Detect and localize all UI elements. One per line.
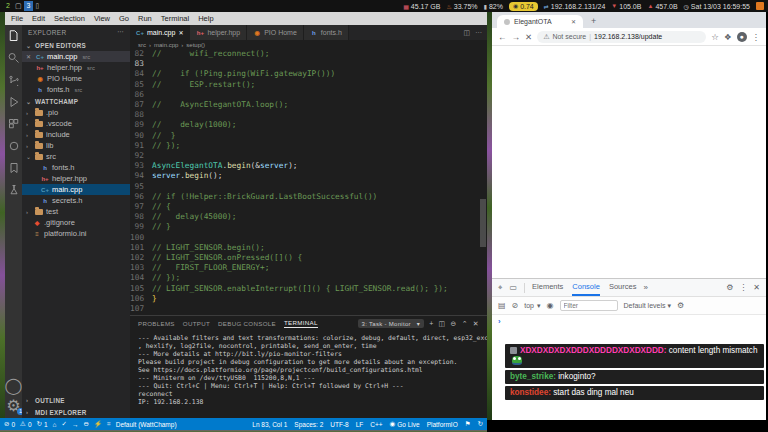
- breadcrumb[interactable]: src›main.cpp›setup(): [130, 40, 487, 49]
- workspace-section[interactable]: ⌄WATTCHAMP: [22, 95, 130, 107]
- tree-item-fontsh[interactable]: hfonts.h: [22, 162, 130, 173]
- tree-item-gitignore[interactable]: ◆.gitignore: [22, 217, 130, 228]
- panel-tab-problems[interactable]: PROBLEMS: [138, 320, 175, 327]
- status-check[interactable]: ✓: [62, 420, 67, 428]
- settings-gear-icon[interactable]: ⚙: [726, 283, 733, 292]
- open-editor-item[interactable]: hfonts.hsrc: [22, 84, 130, 95]
- workspace-button[interactable]: 3: [24, 1, 34, 11]
- bookmark-star-icon[interactable]: ☆: [711, 32, 719, 42]
- section-mdi-explorer[interactable]: ›MDI EXPLORER: [22, 406, 130, 418]
- explorer-more-icon[interactable]: ⋯: [117, 28, 124, 36]
- profile-avatar[interactable]: ●: [737, 32, 747, 42]
- editor-tab-helperhpp[interactable]: h+helper.hpp: [190, 25, 247, 40]
- editor-tab-fontsh[interactable]: hfonts.h: [304, 25, 349, 40]
- new-terminal-icon[interactable]: +: [429, 320, 433, 327]
- panel-tab-terminal[interactable]: TERMINAL: [284, 319, 318, 328]
- split-editor-icon[interactable]: ◫: [463, 29, 470, 37]
- status-sync[interactable]: ↻1: [37, 420, 48, 428]
- workspace-button[interactable]: 2: [3, 1, 13, 11]
- menu-edit[interactable]: Edit: [32, 14, 45, 23]
- editor-tab-maincpp[interactable]: C+main.cpp✕: [130, 25, 190, 40]
- tree-item-test[interactable]: ›test: [22, 206, 130, 217]
- status-go-live[interactable]: ◉Go Live: [390, 420, 420, 428]
- status-plug[interactable]: ⚡: [94, 420, 102, 428]
- eye-icon[interactable]: ◉: [547, 301, 554, 310]
- workspace-switcher[interactable]: 2▢3▯: [0, 1, 39, 11]
- kebab-menu-icon[interactable]: ⋮: [739, 283, 747, 292]
- code-editor[interactable]: 82// wifi_reconnect();8384// if (!Ping.p…: [130, 49, 487, 315]
- editor-tab-PIOHome[interactable]: ◉PIO Home: [247, 25, 304, 40]
- tree-item-vscode[interactable]: ›.vscode: [22, 118, 130, 129]
- status-refresh[interactable]: ↻: [478, 420, 483, 428]
- devtools-tab-elements[interactable]: Elements: [532, 279, 563, 296]
- account-icon[interactable]: ◯: [7, 379, 20, 392]
- menu-file[interactable]: File: [11, 14, 23, 23]
- status-env[interactable]: Default (WattChamp): [116, 421, 177, 428]
- status-utf-8[interactable]: UTF-8: [330, 421, 348, 428]
- extensions-icon[interactable]: [7, 117, 20, 130]
- breadcrumb-segment[interactable]: src: [138, 42, 146, 48]
- panel-tab-debug-console[interactable]: DEBUG CONSOLE: [218, 320, 276, 327]
- menu-go[interactable]: Go: [119, 14, 129, 23]
- terminal-selector[interactable]: 3: Task - Monitor▾: [358, 319, 425, 328]
- stop-icon[interactable]: ✕: [525, 32, 532, 42]
- status-trash[interactable]: ⊖: [84, 420, 89, 428]
- security-label[interactable]: Not secure: [552, 33, 586, 40]
- open-editor-item[interactable]: ◉PIO Home: [22, 73, 130, 84]
- run-debug-icon[interactable]: [7, 95, 20, 108]
- menu-help[interactable]: Help: [198, 14, 213, 23]
- status-terminal[interactable]: ⌗: [107, 420, 111, 428]
- more-tabs-icon[interactable]: »: [643, 283, 647, 292]
- tree-item-lib[interactable]: ›lib: [22, 140, 130, 151]
- tray-app-icon[interactable]: [756, 2, 764, 10]
- open-editor-item[interactable]: ✕C+main.cppsrc: [22, 51, 130, 62]
- status-lf[interactable]: LF: [356, 421, 364, 428]
- menu-selection[interactable]: Selection: [54, 14, 85, 23]
- kill-terminal-icon[interactable]: ⊖: [450, 320, 456, 328]
- new-tab-button[interactable]: +: [591, 16, 596, 28]
- test-icon[interactable]: [7, 183, 20, 196]
- more-actions-icon[interactable]: ⋯: [475, 29, 482, 37]
- bookmarks-icon[interactable]: [7, 161, 20, 174]
- context-selector[interactable]: top ▾: [524, 302, 540, 310]
- status-spaces--2[interactable]: Spaces: 2: [294, 421, 323, 428]
- tab-close-icon[interactable]: ✕: [571, 18, 576, 25]
- terminal-output[interactable]: --- Available filters and text transform…: [130, 331, 487, 418]
- tree-item-secretsh[interactable]: hsecrets.h: [22, 195, 130, 206]
- console-prompt[interactable]: ›: [492, 315, 766, 326]
- menu-terminal[interactable]: Terminal: [161, 14, 189, 23]
- forward-icon[interactable]: →: [512, 32, 521, 42]
- inspect-element-icon[interactable]: ⌖: [498, 283, 503, 293]
- url-text[interactable]: 192.168.2.138/update: [594, 33, 662, 40]
- status-warnings[interactable]: ⚠0: [20, 420, 31, 428]
- tree-item-pio[interactable]: ›.pio: [22, 107, 130, 118]
- tree-item-helperhpp[interactable]: h+helper.hpp: [22, 173, 130, 184]
- open-editors-section[interactable]: ⌄OPEN EDITORS: [22, 39, 130, 51]
- status-upload-arrow[interactable]: →: [72, 421, 79, 428]
- devtools-tab-sources[interactable]: Sources: [609, 279, 637, 296]
- panel-tab-output[interactable]: OUTPUT: [183, 320, 210, 327]
- console-filter-input[interactable]: [560, 300, 618, 311]
- open-editor-item[interactable]: h+helper.hppsrc: [22, 62, 130, 73]
- platformio-icon[interactable]: [7, 139, 20, 152]
- status-ln-83--col-1[interactable]: Ln 83, Col 1: [252, 421, 287, 428]
- breadcrumb-segment[interactable]: setup(): [186, 42, 205, 48]
- tree-item-maincpp[interactable]: C+main.cpp: [22, 184, 130, 195]
- device-toolbar-icon[interactable]: ▭: [510, 283, 518, 292]
- tree-item-src[interactable]: ⌄src: [22, 151, 130, 162]
- tree-item-platformioini[interactable]: ≡platformio.ini: [22, 228, 130, 239]
- address-bar[interactable]: ⚠ Not secure | 192.168.2.138/update: [537, 31, 706, 43]
- clear-console-icon[interactable]: ⊘: [512, 301, 519, 310]
- split-terminal-icon[interactable]: ◫: [439, 320, 446, 328]
- source-control-icon[interactable]: [7, 73, 20, 86]
- close-icon[interactable]: ✕: [26, 53, 33, 60]
- log-levels-dropdown[interactable]: Default levels ▾: [624, 302, 672, 310]
- browser-tab[interactable]: ElegantOTA ✕: [497, 15, 583, 28]
- files-icon[interactable]: [7, 29, 20, 42]
- status-home[interactable]: ⌂: [53, 421, 57, 428]
- status-platformio[interactable]: PlatformIO: [427, 421, 458, 428]
- menu-view[interactable]: View: [94, 14, 110, 23]
- tree-item-include[interactable]: ›include: [22, 129, 130, 140]
- section-outline[interactable]: ›OUTLINE: [22, 394, 130, 406]
- menu-run[interactable]: Run: [138, 14, 152, 23]
